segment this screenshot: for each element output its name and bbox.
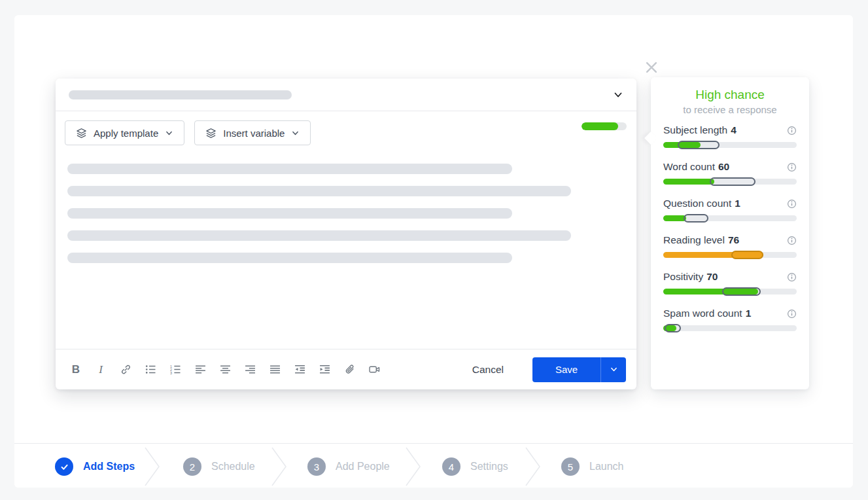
metric-value: 60 [718,161,729,173]
response-score-panel: High chance to receive a response Subjec… [651,77,809,389]
subject-placeholder [69,90,292,99]
step-separator-chevron [405,447,422,489]
step-label: Launch [589,461,624,473]
metric-label: Question count [663,198,731,209]
metric-bar-track [663,179,797,185]
insert-variable-button[interactable]: Insert variable [194,120,311,145]
info-icon[interactable] [787,309,797,319]
info-icon[interactable] [787,162,797,172]
metric-bar-track [663,252,797,258]
chevron-down-icon [165,129,173,137]
metric-value: 4 [731,124,737,136]
metric-value: 70 [706,271,718,283]
save-split-button: Save [532,357,626,382]
metric-bar-track [663,325,797,331]
bullet-list-icon[interactable] [145,364,156,376]
body-text-placeholder [67,164,512,174]
stepper-step-add-people[interactable]: 3Add People [307,457,390,476]
metric-label: Reading level [663,234,725,246]
bold-icon[interactable]: B [70,364,82,376]
metric-label: Word count [663,161,715,173]
info-icon[interactable] [787,126,797,135]
stepper-step-launch[interactable]: 5Launch [561,457,624,476]
save-options-chevron-down-icon[interactable] [600,357,626,382]
email-body-editor[interactable] [56,154,636,349]
check-icon [55,457,73,476]
step-number: 5 [561,457,580,476]
align-left-icon[interactable] [194,364,206,376]
metric-target-range [722,287,761,296]
video-icon[interactable] [368,364,380,376]
metric-bar-track [663,289,797,295]
body-text-placeholder [67,208,512,219]
step-separator-chevron [525,447,542,489]
step-label: Add Steps [83,461,135,473]
info-icon[interactable] [787,199,797,209]
info-icon[interactable] [787,236,797,245]
metric-item: Word count60 [663,161,797,185]
step-number: 4 [442,457,460,476]
body-text-placeholder [67,186,571,196]
body-text-placeholder [67,253,512,263]
chevron-down-icon[interactable] [613,90,623,103]
justify-icon[interactable] [269,364,281,376]
italic-icon[interactable]: I [95,364,107,376]
step-label: Settings [470,461,508,473]
score-panel-subtitle: to receive a response [663,104,797,115]
align-center-icon[interactable] [219,364,231,376]
wizard-stepper-bar: Add Steps2Schedule3Add People4Settings5L… [14,443,853,488]
metric-bar-fill [663,179,714,185]
email-score-mini-bar [582,122,627,130]
metrics-list: Subject length4Word count60Question coun… [663,124,797,331]
metric-value: 1 [746,308,752,319]
metric-target-range [710,177,755,186]
body-text-placeholder [67,230,571,241]
metric-label: Positivity [663,271,703,283]
metric-value: 1 [735,198,740,209]
numbered-list-icon[interactable]: 123 [169,364,181,376]
metric-label: Spam word count [663,308,742,319]
step-label: Add People [336,461,390,473]
metric-item: Positivity70 [663,271,797,295]
step-separator-chevron [144,447,161,489]
metric-item: Subject length4 [663,124,797,148]
svg-text:3: 3 [170,371,172,375]
align-right-icon[interactable] [244,364,256,376]
link-icon[interactable] [120,364,131,376]
insert-variable-label: Insert variable [223,128,285,139]
chevron-down-icon [291,129,300,137]
metric-bar-track [663,215,797,221]
metric-item: Spam word count1 [663,308,797,331]
close-icon[interactable] [643,59,660,76]
info-icon[interactable] [787,272,797,282]
stepper-step-schedule[interactable]: 2Schedule [183,457,255,476]
stepper-step-settings[interactable]: 4Settings [442,457,508,476]
subject-field[interactable] [56,79,636,111]
apply-template-label: Apply template [94,128,158,139]
step-label: Schedule [211,461,255,473]
outdent-icon[interactable] [294,364,305,376]
formatting-toolbar: BI123 [66,364,380,376]
editor-toolbar-row: Apply template Insert variable [56,111,636,145]
attachment-icon[interactable] [343,364,355,376]
metric-target-range [731,251,763,259]
save-button[interactable]: Save [532,357,600,382]
editor-cancel-button[interactable]: Cancel [472,364,504,376]
metric-item: Reading level76 [663,234,797,258]
metric-label: Subject length [663,124,727,136]
metric-target-range [665,324,680,332]
step-number: 2 [183,457,201,476]
email-score-mini-fill [582,122,618,130]
step-separator-chevron [271,447,288,489]
indent-icon[interactable] [319,364,330,376]
metric-target-range [678,141,719,149]
editor-footer: BI123 Cancel Save [56,349,636,389]
metric-bar-track [663,142,797,148]
metric-value: 76 [728,234,739,246]
stepper-step-add-steps[interactable]: Add Steps [55,457,135,476]
step-number: 3 [307,457,326,476]
metric-target-range [684,214,709,223]
metric-bar-fill [663,215,686,221]
email-editor-modal: Apply template Insert variable BI123 Can… [56,79,636,389]
apply-template-button[interactable]: Apply template [65,120,184,145]
